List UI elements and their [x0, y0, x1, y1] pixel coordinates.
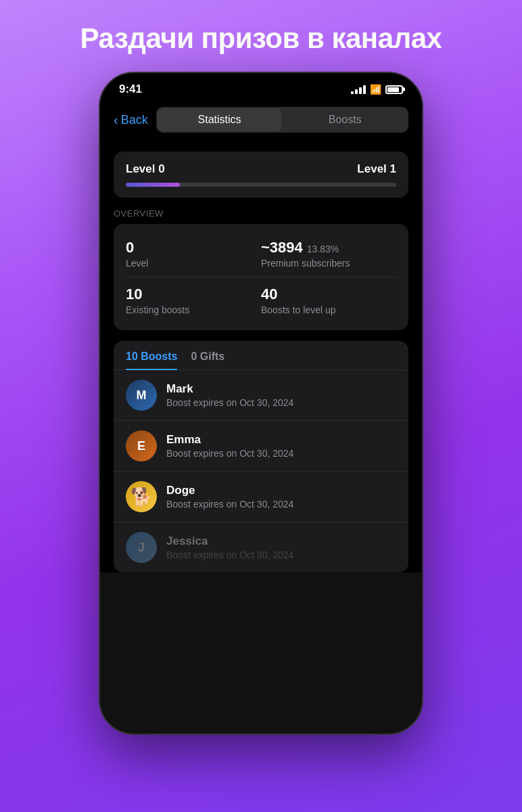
boosts-tab-row: 10 Boosts 0 Gifts — [114, 341, 408, 370]
level-start-label: Level 0 — [126, 162, 165, 176]
stat-existing-label: Existing boosts — [126, 304, 261, 315]
overview-section: OVERVIEW 0 Level ~3894 13.83% — [100, 208, 422, 330]
boost-info: Jessica Boost expires on Oct 30, 2024 — [166, 535, 396, 560]
list-item[interactable]: E Emma Boost expires on Oct 30, 2024 — [114, 421, 408, 472]
list-item[interactable]: J Jessica Boost expires on Oct 30, 2024 — [114, 522, 408, 572]
stats-row-1: 0 Level ~3894 13.83% Premium subscribers — [126, 235, 396, 273]
stat-existing-value: 10 — [126, 286, 261, 303]
list-item[interactable]: 🐕 Doge Boost expires on Oct 30, 2024 — [114, 472, 408, 522]
boost-info: Emma Boost expires on Oct 30, 2024 — [166, 433, 396, 459]
battery-icon — [385, 85, 403, 94]
tab-0-gifts[interactable]: 0 Gifts — [191, 351, 224, 369]
avatar: M — [126, 380, 157, 411]
stat-premium: ~3894 13.83% Premium subscribers — [261, 239, 396, 269]
boost-info: Doge Boost expires on Oct 30, 2024 — [166, 484, 396, 510]
progress-bar-track — [126, 183, 396, 187]
overview-label: OVERVIEW — [114, 208, 408, 219]
avatar-emma: E — [126, 430, 157, 461]
status-bar: 9:41 📶 — [100, 73, 422, 102]
chevron-left-icon: ‹ — [114, 112, 118, 128]
boosts-card: 10 Boosts 0 Gifts M Mark Boost expires o… — [114, 341, 408, 572]
boost-expiry: Boost expires on Oct 30, 2024 — [166, 549, 396, 560]
stat-premium-value: ~3894 13.83% — [261, 239, 396, 256]
progress-bar-fill — [126, 183, 180, 187]
stat-level: 0 Level — [126, 239, 261, 269]
tab-group: Statistics Boosts — [156, 107, 408, 133]
boost-expiry: Boost expires on Oct 30, 2024 — [166, 499, 396, 510]
avatar-jessica: J — [126, 532, 157, 563]
boost-expiry: Boost expires on Oct 30, 2024 — [166, 397, 396, 408]
avatar: 🐕 — [126, 481, 157, 512]
avatar: J — [126, 532, 157, 563]
page-title: Раздачи призов в каналах — [53, 0, 469, 72]
stat-existing-boosts: 10 Existing boosts — [126, 286, 261, 315]
status-icons: 📶 — [351, 84, 403, 95]
content-area: Level 0 Level 1 OVERVIEW 0 Level — [100, 141, 422, 572]
boost-expiry: Boost expires on Oct 30, 2024 — [166, 448, 396, 459]
level-section: Level 0 Level 1 — [100, 141, 422, 208]
wifi-icon: 📶 — [370, 84, 381, 95]
stat-boosts-needed-value: 40 — [261, 286, 396, 303]
stat-boosts-needed-label: Boosts to level up — [261, 304, 396, 315]
boosts-section: 10 Boosts 0 Gifts M Mark Boost expires o… — [100, 330, 422, 572]
boost-list: M Mark Boost expires on Oct 30, 2024 E — [114, 370, 408, 572]
back-label: Back — [121, 113, 148, 127]
tab-boosts[interactable]: Boosts — [283, 108, 407, 131]
boost-info: Mark Boost expires on Oct 30, 2024 — [166, 382, 396, 408]
stats-row-2: 10 Existing boosts 40 Boosts to level up — [126, 277, 396, 319]
level-progress-card: Level 0 Level 1 — [114, 152, 408, 198]
stat-boosts-needed: 40 Boosts to level up — [261, 286, 396, 315]
avatar-mark: M — [126, 380, 157, 411]
tab-statistics[interactable]: Statistics — [158, 108, 282, 131]
nav-bar: ‹ Back Statistics Boosts — [100, 102, 422, 141]
level-end-label: Level 1 — [357, 162, 396, 176]
level-labels: Level 0 Level 1 — [126, 162, 396, 176]
signal-icon — [351, 85, 366, 94]
stats-card: 0 Level ~3894 13.83% Premium subscribers — [114, 224, 408, 330]
boost-username: Emma — [166, 433, 396, 447]
avatar-doge: 🐕 — [126, 481, 157, 512]
stat-premium-suffix: 13.83% — [307, 244, 339, 254]
boost-username: Doge — [166, 484, 396, 497]
list-item[interactable]: M Mark Boost expires on Oct 30, 2024 — [114, 370, 408, 421]
boost-username: Jessica — [166, 535, 396, 548]
tab-10-boosts[interactable]: 10 Boosts — [126, 351, 177, 369]
stat-premium-label: Premium subscribers — [261, 258, 396, 269]
avatar: E — [126, 430, 157, 461]
phone-frame: 9:41 📶 ‹ Back Statistics Boosts — [99, 72, 423, 735]
back-button[interactable]: ‹ Back — [114, 112, 148, 128]
stat-level-value: 0 — [126, 239, 261, 256]
boost-username: Mark — [166, 382, 396, 396]
status-time: 9:41 — [119, 83, 142, 96]
stat-level-label: Level — [126, 258, 261, 269]
